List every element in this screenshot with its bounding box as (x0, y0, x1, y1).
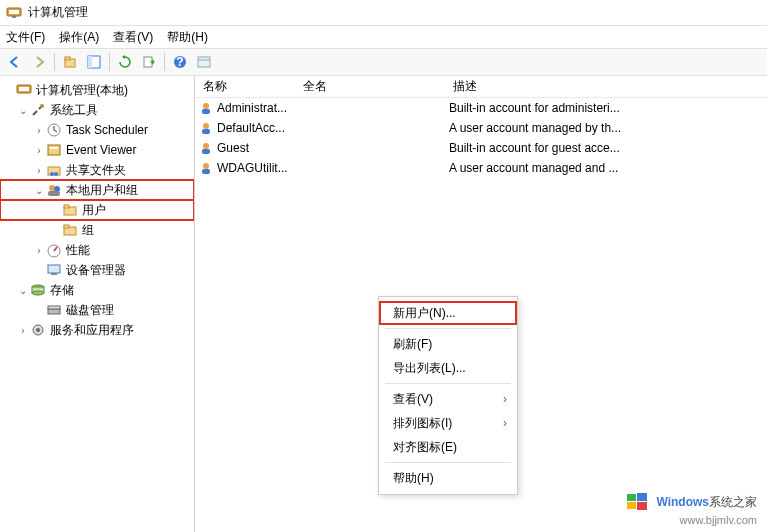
forward-button[interactable] (28, 51, 50, 73)
event-viewer-icon (46, 142, 62, 158)
properties-button[interactable] (193, 51, 215, 73)
cell-description: A user account managed by th... (445, 121, 767, 135)
tree-label: 系统工具 (50, 102, 98, 119)
list-row[interactable]: Administrat... Built-in account for admi… (195, 98, 767, 118)
watermark-zh: 系统之家 (709, 495, 757, 509)
context-help[interactable]: 帮助(H) (379, 466, 517, 490)
svg-rect-2 (12, 16, 16, 18)
device-manager-icon (46, 262, 62, 278)
user-icon (199, 121, 213, 135)
tree-label: 组 (82, 222, 94, 239)
tree-services-apps[interactable]: › 服务和应用程序 (0, 320, 194, 340)
svg-rect-48 (627, 502, 636, 509)
tree-label: 本地用户和组 (66, 182, 138, 199)
list-row[interactable]: Guest Built-in account for guest acce... (195, 138, 767, 158)
title-bar: 计算机管理 (0, 0, 767, 26)
toolbar-separator (164, 53, 165, 71)
tree-label: Task Scheduler (66, 123, 148, 137)
context-separator (385, 383, 511, 384)
svg-rect-29 (48, 265, 60, 273)
column-fullname[interactable]: 全名 (295, 78, 445, 95)
expander-icon[interactable]: ⌄ (32, 185, 46, 196)
svg-rect-18 (48, 167, 60, 175)
storage-icon (30, 282, 46, 298)
svg-point-20 (54, 172, 58, 176)
tree-label: 存储 (50, 282, 74, 299)
disk-icon (46, 302, 62, 318)
svg-point-19 (50, 172, 54, 176)
list-row[interactable]: WDAGUtilit... A user account managed and… (195, 158, 767, 178)
tree-shared-folders[interactable]: › 共享文件夹 (0, 160, 194, 180)
export-button[interactable] (138, 51, 160, 73)
svg-point-38 (203, 103, 209, 109)
show-hide-tree-button[interactable] (83, 51, 105, 73)
tree-local-users-groups[interactable]: ⌄ 本地用户和组 (0, 180, 194, 200)
menu-view[interactable]: 查看(V) (113, 29, 153, 46)
column-name[interactable]: 名称 (195, 78, 295, 95)
context-align-icons[interactable]: 对齐图标(E) (379, 435, 517, 459)
tree-pane: ▾ 计算机管理(本地) ⌄ 系统工具 › Task Scheduler › Ev… (0, 76, 195, 532)
context-refresh[interactable]: 刷新(F) (379, 332, 517, 356)
context-new-user[interactable]: 新用户(N)... (379, 301, 517, 325)
watermark-brand: Windows (656, 495, 709, 509)
expander-icon[interactable]: › (32, 165, 46, 176)
tree-device-manager[interactable]: › 设备管理器 (0, 260, 194, 280)
tree-disk-management[interactable]: › 磁盘管理 (0, 300, 194, 320)
svg-text:?: ? (176, 55, 183, 69)
svg-point-40 (203, 123, 209, 129)
menu-file[interactable]: 文件(F) (6, 29, 45, 46)
clock-icon (46, 122, 62, 138)
folder-icon (62, 222, 78, 238)
help-button[interactable]: ? (169, 51, 191, 73)
tree-storage[interactable]: ⌄ 存储 (0, 280, 194, 300)
expander-icon[interactable]: ⌄ (16, 285, 30, 296)
refresh-button[interactable] (114, 51, 136, 73)
svg-rect-43 (202, 149, 210, 154)
svg-rect-25 (64, 205, 69, 208)
performance-icon (46, 242, 62, 258)
menu-help[interactable]: 帮助(H) (167, 29, 208, 46)
windows-logo-icon (625, 490, 649, 514)
svg-rect-45 (202, 169, 210, 174)
cell-name: DefaultAcc... (217, 121, 285, 135)
expander-icon[interactable]: › (32, 245, 46, 256)
cell-name: WDAGUtilit... (217, 161, 288, 175)
tree-performance[interactable]: › 性能 (0, 240, 194, 260)
toolbar-separator (54, 53, 55, 71)
tree-system-tools[interactable]: ⌄ 系统工具 (0, 100, 194, 120)
tree-label: 计算机管理(本地) (36, 82, 128, 99)
expander-icon[interactable]: ⌄ (16, 105, 30, 116)
tools-icon (30, 102, 46, 118)
tree-label: 性能 (66, 242, 90, 259)
computer-management-icon (16, 82, 32, 98)
svg-rect-13 (19, 87, 29, 91)
tree-users[interactable]: › 用户 (0, 200, 194, 220)
svg-rect-34 (48, 309, 60, 314)
up-button[interactable] (59, 51, 81, 73)
expander-icon[interactable]: › (32, 125, 46, 136)
tree-label: 服务和应用程序 (50, 322, 134, 339)
tree-label: 用户 (82, 202, 106, 219)
tree-task-scheduler[interactable]: › Task Scheduler (0, 120, 194, 140)
tree-label: 磁盘管理 (66, 302, 114, 319)
menu-bar: 文件(F) 操作(A) 查看(V) 帮助(H) (0, 26, 767, 48)
column-description[interactable]: 描述 (445, 78, 767, 95)
list-row[interactable]: DefaultAcc... A user account managed by … (195, 118, 767, 138)
user-icon (199, 141, 213, 155)
context-menu: 新用户(N)... 刷新(F) 导出列表(L)... 查看(V) 排列图标(I)… (378, 296, 518, 495)
user-icon (199, 101, 213, 115)
context-arrange-icons[interactable]: 排列图标(I) (379, 411, 517, 435)
list-header: 名称 全名 描述 (195, 76, 767, 98)
context-view[interactable]: 查看(V) (379, 387, 517, 411)
back-button[interactable] (4, 51, 26, 73)
menu-action[interactable]: 操作(A) (59, 29, 99, 46)
svg-point-37 (36, 328, 40, 332)
expander-icon[interactable]: › (16, 325, 30, 336)
tree-groups[interactable]: › 组 (0, 220, 194, 240)
tree-event-viewer[interactable]: › Event Viewer (0, 140, 194, 160)
expander-icon[interactable]: › (32, 145, 46, 156)
tree-root[interactable]: ▾ 计算机管理(本地) (0, 80, 194, 100)
users-group-icon (46, 182, 62, 198)
cell-name: Administrat... (217, 101, 287, 115)
context-export-list[interactable]: 导出列表(L)... (379, 356, 517, 380)
